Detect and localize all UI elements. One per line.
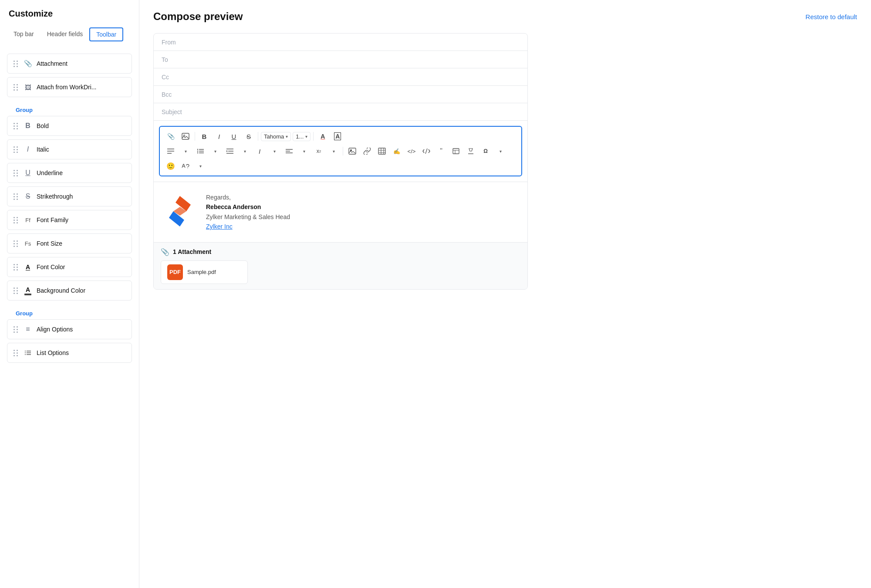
italic-icon: I [24, 145, 32, 154]
insert-image-button[interactable] [179, 130, 192, 142]
svg-rect-23 [349, 148, 356, 154]
font-family-selector[interactable]: Tahoma ▾ [261, 132, 291, 141]
align-dropdown[interactable]: ▾ [179, 145, 192, 157]
signature-content: Regards, Rebecca Anderson Zylker Marketi… [162, 193, 519, 232]
strikethrough-icon: S [24, 192, 32, 201]
svg-point-13 [197, 151, 198, 152]
svg-rect-25 [378, 148, 385, 154]
svg-point-24 [351, 150, 352, 151]
signature-button[interactable]: ✍ [390, 145, 403, 157]
attachment-file-item[interactable]: PDF Sample.pdf [161, 260, 248, 284]
align-icon: ≡ [24, 325, 32, 334]
toolbar-row-1: 📎 B I U S Tahoma ▾ 1... [164, 130, 517, 142]
indent-dropdown[interactable]: ▾ [238, 145, 251, 157]
clear-format-button[interactable] [464, 145, 477, 157]
spellcheck-dropdown[interactable]: ▾ [194, 160, 207, 172]
list-item[interactable]: A Font Color [7, 257, 132, 277]
italic-button[interactable]: I [213, 130, 226, 142]
list-dropdown[interactable]: ▾ [209, 145, 222, 157]
quote-button[interactable]: " [435, 145, 448, 157]
align-button[interactable] [164, 145, 177, 157]
list-button[interactable] [194, 145, 207, 157]
line-height-button[interactable] [283, 145, 296, 157]
toolbar-separator [195, 132, 195, 141]
tab-top-bar[interactable]: Top bar [7, 27, 41, 41]
strikethrough-button[interactable]: S [242, 130, 255, 142]
item-label: Font Size [37, 240, 125, 247]
sig-company-link[interactable]: Zylker Inc [206, 223, 233, 230]
tab-toolbar[interactable]: Toolbar [89, 27, 123, 41]
bg-color-button[interactable]: A [331, 130, 344, 142]
restore-to-default-link[interactable]: Restore to default [806, 13, 857, 20]
font-chevron-icon: ▾ [286, 134, 288, 139]
emoji-button[interactable]: 🙂 [164, 160, 177, 172]
background-color-icon: A [24, 286, 32, 295]
insert-image-tb-button[interactable] [346, 145, 359, 157]
svg-point-36 [187, 168, 188, 168]
indent-button[interactable] [223, 145, 236, 157]
item-label: Bold [37, 122, 125, 129]
code-button[interactable]: </> [405, 145, 418, 157]
superscript-button[interactable]: x2 [312, 145, 325, 157]
from-field[interactable]: From [154, 34, 527, 51]
list-item[interactable]: ≡ Align Options [7, 319, 132, 339]
code-block-button[interactable] [420, 145, 433, 157]
text-dir-dropdown[interactable]: ▾ [268, 145, 281, 157]
underline-icon: U [24, 169, 32, 177]
compose-area: From To Cc Bcc Subject 📎 B [153, 33, 528, 290]
file-name-label: Sample.pdf [187, 269, 216, 275]
tab-header-fields[interactable]: Header fields [41, 27, 90, 41]
toolbar-row-3: 🙂 ▾ [164, 160, 517, 172]
attachment-icon: 📎 [24, 59, 32, 68]
item-label: List Options [37, 349, 125, 356]
link-button[interactable] [361, 145, 374, 157]
item-label: Background Color [37, 287, 125, 294]
bold-button[interactable]: B [198, 130, 211, 142]
table-button[interactable] [375, 145, 388, 157]
toolbar: 📎 B I U S Tahoma ▾ 1... [159, 126, 522, 176]
svg-rect-6 [182, 133, 189, 139]
main-content: Compose preview Restore to default From … [139, 0, 871, 588]
special-char-button[interactable]: Ω [479, 145, 492, 157]
special-char-dropdown[interactable]: ▾ [494, 145, 507, 157]
font-size-icon: Fs [24, 239, 32, 248]
subject-field[interactable]: Subject [154, 103, 527, 121]
superscript-dropdown[interactable]: ▾ [327, 145, 340, 157]
company-logo [162, 194, 197, 230]
drag-handle-icon [14, 264, 18, 270]
list-item[interactable]: 📎 Attachment [7, 54, 132, 74]
list-item[interactable]: I Italic [7, 139, 132, 159]
font-family-icon: Ff [24, 216, 32, 224]
list-item[interactable]: B Bold [7, 116, 132, 136]
to-field[interactable]: To [154, 51, 527, 68]
item-label: Italic [37, 146, 125, 153]
item-label: Attachment [37, 60, 125, 67]
list-item[interactable]: 🖼 Attach from WorkDri... [7, 77, 132, 97]
sig-title: Zylker Marketing & Sales Head [206, 212, 290, 222]
svg-point-7 [184, 135, 185, 136]
tab-bar: Top bar Header fields Toolbar [0, 27, 139, 48]
table2-button[interactable] [449, 145, 463, 157]
attach-button[interactable]: 📎 [164, 130, 177, 142]
list-item[interactable]: A Background Color [7, 280, 132, 301]
spellcheck-button[interactable] [179, 160, 192, 172]
item-label: Font Color [37, 264, 125, 270]
list-item[interactable]: List Options [7, 343, 132, 363]
list-item[interactable]: Ff Font Family [7, 210, 132, 230]
underline-button[interactable]: U [227, 130, 240, 142]
item-label: Align Options [37, 326, 125, 333]
toolbar-separator [313, 132, 314, 141]
font-color-button[interactable]: A [316, 130, 329, 142]
list-item[interactable]: Fs Font Size [7, 233, 132, 253]
list-item[interactable]: S Strikethrough [7, 186, 132, 206]
sig-regards: Regards, [206, 193, 290, 202]
list-item[interactable]: U Underline [7, 163, 132, 183]
main-header: Compose preview Restore to default [153, 10, 857, 23]
line-height-dropdown[interactable]: ▾ [297, 145, 311, 157]
bcc-field[interactable]: Bcc [154, 86, 527, 103]
text-dir-button[interactable]: I [253, 145, 266, 157]
font-size-selector[interactable]: 1... ▾ [293, 132, 311, 141]
sidebar: Customize Top bar Header fields Toolbar … [0, 0, 139, 588]
font-color-icon: A [24, 263, 32, 271]
cc-field[interactable]: Cc [154, 68, 527, 86]
